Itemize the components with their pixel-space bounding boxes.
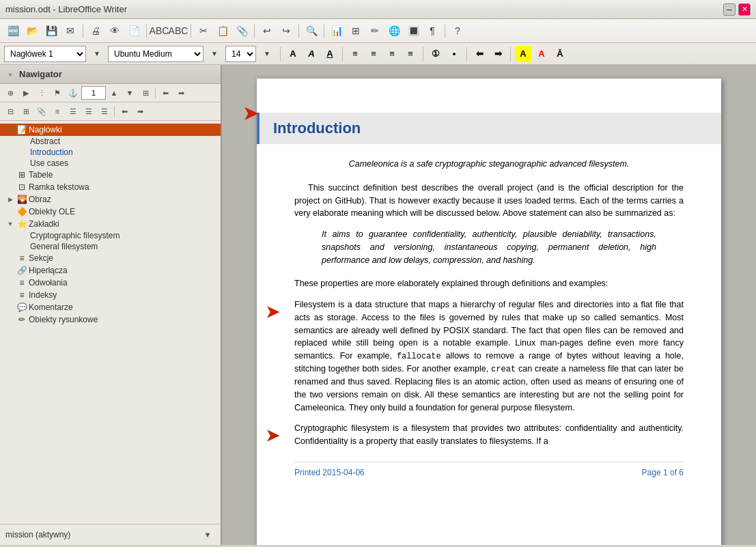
nav-flag-btn[interactable]: ⚑ [50,85,65,100]
underline-button[interactable]: A [322,46,338,62]
tree-item-naglowki[interactable]: ▼ 📝 Nagłówki [0,124,221,136]
style-dropdown-btn[interactable]: ▼ [88,45,106,63]
nav-list4-btn[interactable]: ☰ [81,104,96,119]
label-introduction: Introduction [30,148,73,157]
toggle-rysunkowe[interactable] [5,315,15,324]
align-center-btn[interactable]: ≡ [365,46,382,62]
outdent-btn[interactable]: ⬅ [471,46,488,62]
toggle-hiperlacza[interactable] [5,266,15,275]
email-button[interactable]: ✉ [61,22,79,40]
new-button[interactable]: 🆕 [4,22,22,40]
tree-item-cryptofs[interactable]: Cryptographic filesystem [0,230,221,241]
toggle-obraz[interactable]: ▶ [5,195,15,204]
align-justify-btn[interactable]: ≡ [402,46,419,62]
nav-list3-btn[interactable]: ☰ [66,104,81,119]
numbering-btn[interactable]: ① [428,46,444,62]
field-button[interactable]: 🔳 [404,22,422,40]
tree-item-hiperlacza[interactable]: 🔗 Hiperłącza [0,264,221,277]
char-style-btn[interactable]: Ā [552,46,568,62]
fontcolor-btn[interactable]: A [533,46,550,62]
tree-item-zakladki[interactable]: ▼ ⭐ Zakładki [0,218,221,230]
nav-play-btn[interactable]: ▶ [18,85,33,100]
para-button[interactable]: ¶ [423,22,441,40]
navigator-close-button[interactable]: × [5,70,15,79]
toggle-zakladki[interactable]: ▼ [5,219,15,229]
nav-list5-btn[interactable]: ☰ [97,104,112,119]
toggle-tabele[interactable] [5,170,15,180]
tree-item-odwolania[interactable]: ≡ Odwołania [0,277,221,289]
tree-item-rysunkowe[interactable]: ✏ Obiekty rysunkowe [0,313,221,326]
nav-up-btn[interactable]: ▲ [107,85,122,100]
toggle-naglowki[interactable]: ▼ [5,125,15,135]
nav-list-btn[interactable]: ⋮ [34,85,49,100]
page-number-input[interactable] [81,86,106,100]
tree-item-abstract[interactable]: Abstract [0,136,221,147]
nav-toggle-btn[interactable]: ⊕ [3,85,18,100]
undo-button[interactable]: ↩ [258,22,276,40]
bullets-btn[interactable]: • [446,46,462,62]
toggle-odwolania[interactable] [5,278,15,287]
nav-note-btn[interactable]: 📎 [34,104,49,119]
highlight-btn[interactable]: A [515,46,531,62]
nav-grid-btn[interactable]: ⊞ [138,85,153,100]
nav-promote-btn[interactable]: ⬅ [117,104,132,119]
nav-anchor-btn[interactable]: ⚓ [66,85,81,100]
tree-item-obraz[interactable]: ▶ 🌄 Obraz [0,193,221,206]
bold-button[interactable]: A [285,46,301,62]
italic-button[interactable]: A [303,46,320,62]
web-button[interactable]: 🌐 [385,22,403,40]
font-dropdown-btn[interactable]: ▼ [206,45,223,63]
tree-item-ole[interactable]: 🔶 Obiekty OLE [0,206,221,218]
cut-button[interactable]: ✂ [195,22,212,40]
nav-view2-btn[interactable]: ⊞ [18,104,33,119]
nav-down-btn[interactable]: ▼ [122,85,137,100]
open-button[interactable]: 📂 [23,22,41,40]
tree-item-introduction[interactable]: Introduction [0,147,221,158]
toggle-ole[interactable] [5,207,15,216]
redo-button[interactable]: ↪ [277,22,295,40]
tree-item-indeksy[interactable]: ≡ Indeksy [0,289,221,301]
nav-view-btn[interactable]: ⊟ [3,104,18,119]
table-button[interactable]: ⊞ [347,22,365,40]
sep10 [423,47,423,61]
tree-item-komentarze[interactable]: 💬 Komentarze [0,301,221,313]
toggle-ramka[interactable] [5,182,15,192]
align-right-btn[interactable]: ≡ [384,46,400,62]
nav-back-btn[interactable]: ⬅ [158,85,173,100]
toggle-indeksy[interactable] [5,290,15,300]
draw-button[interactable]: ✏ [366,22,384,40]
tree-item-ramka[interactable]: ⊡ Ramka tekstowa [0,181,221,193]
sep7 [445,24,445,38]
document-area[interactable]: ➤ Introduction Cameleonica is a safe cry… [222,65,756,545]
close-button[interactable]: ✕ [738,3,751,16]
nav-list2-btn[interactable]: ≡ [50,104,65,119]
tree-item-tabele[interactable]: ⊞ Tabele [0,169,221,181]
save-button[interactable]: 💾 [42,22,60,40]
help-button[interactable]: ? [449,22,466,40]
print-button[interactable]: 🖨 [87,22,104,40]
style-select[interactable]: Nagłówek 1 [4,46,86,62]
pdf-button[interactable]: 📄 [125,22,143,40]
nav-doc-dropdown[interactable]: ▼ [200,527,215,542]
toggle-komentarze[interactable] [5,303,15,312]
spell-button[interactable]: ABC [150,22,168,40]
tree-item-generalfs[interactable]: General filesystem [0,241,221,252]
font-select[interactable]: Ubuntu Medium [108,46,204,62]
indent-btn[interactable]: ➡ [490,46,506,62]
paste-button[interactable]: 📎 [233,22,251,40]
size-dropdown-btn[interactable]: ▼ [258,45,276,63]
autospell-button[interactable]: ABC [169,22,187,40]
chart-button[interactable]: 📊 [328,22,346,40]
align-left-btn[interactable]: ≡ [347,46,363,62]
size-select[interactable]: 14 [225,46,256,62]
nav-fwd-btn[interactable]: ➡ [173,85,188,100]
tree-item-sekcje[interactable]: ≡ Sekcje [0,252,221,264]
toggle-sekcje[interactable] [5,253,15,263]
find-button[interactable]: 🔍 [303,22,320,40]
minimize-button[interactable]: ─ [723,3,736,16]
nav-demote-btn[interactable]: ➡ [132,104,148,119]
label-odwolania: Odwołania [29,278,68,287]
copy-button[interactable]: 📋 [214,22,232,40]
preview-button[interactable]: 👁 [106,22,124,40]
tree-item-usecases[interactable]: Use cases [0,158,221,169]
